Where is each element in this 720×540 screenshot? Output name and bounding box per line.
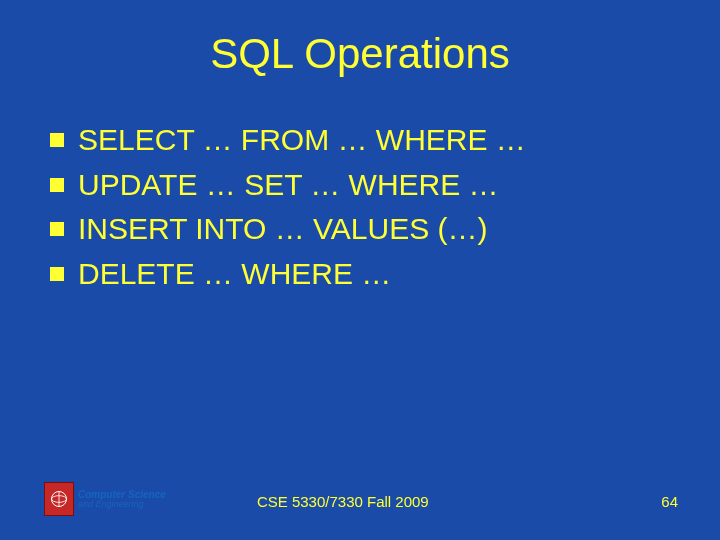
slide-title: SQL Operations (40, 30, 680, 78)
globe-icon (49, 489, 69, 509)
page-number: 64 (661, 493, 678, 510)
logo-line2: and Engineering (78, 500, 166, 509)
logo-text: Computer Science and Engineering (74, 482, 166, 516)
bullet-item: SELECT … FROM … WHERE … (44, 120, 680, 161)
slide: SQL Operations SELECT … FROM … WHERE … U… (0, 0, 720, 540)
logo-badge-icon (44, 482, 74, 516)
bullet-item: DELETE … WHERE … (44, 254, 680, 295)
bullet-list: SELECT … FROM … WHERE … UPDATE … SET … W… (40, 120, 680, 294)
bullet-item: UPDATE … SET … WHERE … (44, 165, 680, 206)
department-logo: Computer Science and Engineering (44, 482, 154, 516)
logo-line1: Computer Science (78, 490, 166, 500)
slide-footer: Computer Science and Engineering CSE 533… (0, 476, 720, 516)
footer-course-info: CSE 5330/7330 Fall 2009 (257, 493, 429, 510)
bullet-item: INSERT INTO … VALUES (…) (44, 209, 680, 250)
